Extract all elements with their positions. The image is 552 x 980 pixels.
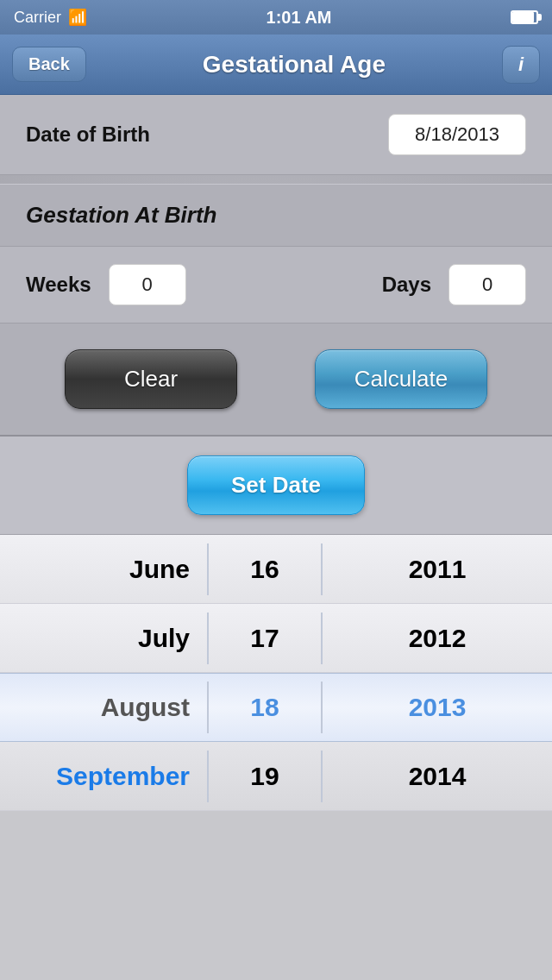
dob-value[interactable]: 8/18/2013 [388,114,526,155]
weeks-days-row: Weeks 0 Days 0 [0,247,552,324]
picker-month-1: June [0,555,207,584]
back-button[interactable]: Back [12,47,86,82]
picker-year-1: 2011 [323,555,552,584]
dob-label: Date of Birth [26,122,150,147]
battery-icon [511,10,538,24]
picker-row-selected[interactable]: August 18 2013 [0,673,552,742]
picker-day-selected: 18 [209,693,321,722]
nav-bar: Back Gestational Age i [0,35,552,95]
picker-month-4: September [0,762,207,791]
set-date-button[interactable]: Set Date [187,455,365,515]
status-bar: Carrier 📶 1:01 AM [0,0,552,35]
buttons-row: Clear Calculate [0,324,552,437]
status-time: 1:01 AM [267,8,332,28]
picker-row-4[interactable]: September 19 2014 [0,742,552,811]
status-right [511,10,538,24]
date-picker[interactable]: June 16 2011 July 17 2012 August 18 2013… [0,535,552,811]
dob-row: Date of Birth 8/18/2013 [0,95,552,175]
picker-day-2: 17 [209,624,321,653]
picker-year-selected: 2013 [323,693,552,722]
days-label: Days [382,273,431,297]
status-left: Carrier 📶 [14,8,87,27]
picker-row-1[interactable]: June 16 2011 [0,535,552,604]
page-title: Gestational Age [203,51,386,79]
picker-row-2[interactable]: July 17 2012 [0,604,552,673]
picker-year-2: 2012 [323,624,552,653]
weeks-input[interactable]: 0 [109,264,186,305]
weeks-label: Weeks [26,273,91,297]
picker-month-2: July [0,624,207,653]
wifi-icon: 📶 [68,8,87,27]
picker-day-4: 19 [209,762,321,791]
picker-month-selected: August [0,693,207,722]
main-content: Date of Birth 8/18/2013 Gestation At Bir… [0,95,552,437]
set-date-section: Set Date [0,437,552,535]
info-button[interactable]: i [502,46,540,84]
picker-day-1: 16 [209,555,321,584]
gestation-label: Gestation At Birth [26,202,216,228]
days-input[interactable]: 0 [448,264,526,305]
picker-year-4: 2014 [323,762,552,791]
gestation-header: Gestation At Birth [0,184,552,247]
clear-button[interactable]: Clear [65,349,237,409]
carrier-label: Carrier [14,9,61,27]
calculate-button[interactable]: Calculate [315,349,487,409]
